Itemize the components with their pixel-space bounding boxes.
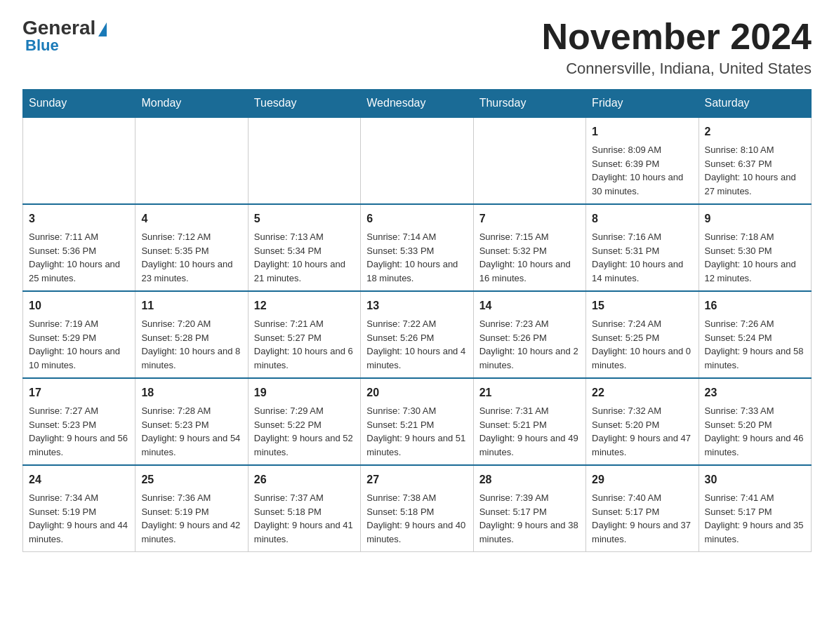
day-number: 6 — [366, 210, 467, 227]
calendar-cell — [135, 117, 248, 204]
day-detail: Sunrise: 8:09 AM Sunset: 6:39 PM Dayligh… — [592, 143, 692, 198]
col-header-wednesday: Wednesday — [361, 90, 473, 118]
calendar-table: SundayMondayTuesdayWednesdayThursdayFrid… — [22, 89, 812, 552]
day-detail: Sunrise: 7:13 AM Sunset: 5:34 PM Dayligh… — [254, 230, 355, 285]
day-detail: Sunrise: 7:30 AM Sunset: 5:21 PM Dayligh… — [366, 404, 467, 459]
calendar-cell: 15Sunrise: 7:24 AM Sunset: 5:25 PM Dayli… — [586, 291, 699, 378]
day-number: 7 — [479, 210, 580, 227]
day-detail: Sunrise: 7:23 AM Sunset: 5:26 PM Dayligh… — [479, 317, 580, 372]
day-number: 22 — [592, 384, 692, 401]
day-detail: Sunrise: 7:41 AM Sunset: 5:17 PM Dayligh… — [705, 491, 805, 546]
col-header-thursday: Thursday — [473, 90, 585, 118]
calendar-cell: 7Sunrise: 7:15 AM Sunset: 5:32 PM Daylig… — [473, 204, 585, 291]
calendar-cell: 6Sunrise: 7:14 AM Sunset: 5:33 PM Daylig… — [361, 204, 473, 291]
calendar-cell: 9Sunrise: 7:18 AM Sunset: 5:30 PM Daylig… — [699, 204, 811, 291]
calendar-cell: 18Sunrise: 7:28 AM Sunset: 5:23 PM Dayli… — [135, 378, 248, 465]
day-number: 3 — [29, 210, 129, 227]
day-number: 2 — [705, 123, 805, 140]
day-detail: Sunrise: 8:10 AM Sunset: 6:37 PM Dayligh… — [705, 143, 805, 198]
day-detail: Sunrise: 7:20 AM Sunset: 5:28 PM Dayligh… — [141, 317, 241, 372]
location-title: Connersville, Indiana, United States — [542, 60, 812, 78]
day-number: 5 — [254, 210, 355, 227]
calendar-cell: 20Sunrise: 7:30 AM Sunset: 5:21 PM Dayli… — [361, 378, 473, 465]
day-detail: Sunrise: 7:24 AM Sunset: 5:25 PM Dayligh… — [592, 317, 692, 372]
calendar-cell: 11Sunrise: 7:20 AM Sunset: 5:28 PM Dayli… — [135, 291, 248, 378]
day-detail: Sunrise: 7:12 AM Sunset: 5:35 PM Dayligh… — [141, 230, 241, 285]
day-detail: Sunrise: 7:22 AM Sunset: 5:26 PM Dayligh… — [366, 317, 467, 372]
logo-triangle-icon — [98, 22, 107, 36]
calendar-week-row: 24Sunrise: 7:34 AM Sunset: 5:19 PM Dayli… — [23, 465, 812, 552]
day-detail: Sunrise: 7:37 AM Sunset: 5:18 PM Dayligh… — [254, 491, 355, 546]
day-number: 9 — [705, 210, 805, 227]
calendar-week-row: 17Sunrise: 7:27 AM Sunset: 5:23 PM Dayli… — [23, 378, 812, 465]
day-number: 13 — [366, 297, 467, 314]
day-number: 14 — [479, 297, 580, 314]
calendar-cell: 28Sunrise: 7:39 AM Sunset: 5:17 PM Dayli… — [473, 465, 585, 552]
calendar-cell — [361, 117, 473, 204]
day-detail: Sunrise: 7:14 AM Sunset: 5:33 PM Dayligh… — [366, 230, 467, 285]
col-header-tuesday: Tuesday — [248, 90, 360, 118]
day-detail: Sunrise: 7:28 AM Sunset: 5:23 PM Dayligh… — [141, 404, 241, 459]
day-detail: Sunrise: 7:38 AM Sunset: 5:18 PM Dayligh… — [366, 491, 467, 546]
day-number: 21 — [479, 384, 580, 401]
day-detail: Sunrise: 7:27 AM Sunset: 5:23 PM Dayligh… — [29, 404, 129, 459]
day-detail: Sunrise: 7:33 AM Sunset: 5:20 PM Dayligh… — [705, 404, 805, 459]
calendar-cell: 10Sunrise: 7:19 AM Sunset: 5:29 PM Dayli… — [23, 291, 135, 378]
day-number: 1 — [592, 123, 692, 140]
month-title: November 2024 — [542, 17, 812, 57]
day-detail: Sunrise: 7:32 AM Sunset: 5:20 PM Dayligh… — [592, 404, 692, 459]
day-number: 16 — [705, 297, 805, 314]
title-block: November 2024 Connersville, Indiana, Uni… — [542, 17, 812, 78]
day-detail: Sunrise: 7:15 AM Sunset: 5:32 PM Dayligh… — [479, 230, 580, 285]
day-detail: Sunrise: 7:19 AM Sunset: 5:29 PM Dayligh… — [29, 317, 129, 372]
day-number: 8 — [592, 210, 692, 227]
calendar-cell: 24Sunrise: 7:34 AM Sunset: 5:19 PM Dayli… — [23, 465, 135, 552]
day-detail: Sunrise: 7:16 AM Sunset: 5:31 PM Dayligh… — [592, 230, 692, 285]
day-detail: Sunrise: 7:29 AM Sunset: 5:22 PM Dayligh… — [254, 404, 355, 459]
day-detail: Sunrise: 7:21 AM Sunset: 5:27 PM Dayligh… — [254, 317, 355, 372]
calendar-cell: 17Sunrise: 7:27 AM Sunset: 5:23 PM Dayli… — [23, 378, 135, 465]
calendar-week-row: 10Sunrise: 7:19 AM Sunset: 5:29 PM Dayli… — [23, 291, 812, 378]
calendar-cell: 30Sunrise: 7:41 AM Sunset: 5:17 PM Dayli… — [699, 465, 811, 552]
day-number: 30 — [705, 471, 805, 488]
calendar-cell — [473, 117, 585, 204]
day-number: 18 — [141, 384, 241, 401]
calendar-cell — [248, 117, 360, 204]
day-number: 28 — [479, 471, 580, 488]
day-detail: Sunrise: 7:36 AM Sunset: 5:19 PM Dayligh… — [141, 491, 241, 546]
day-detail: Sunrise: 7:26 AM Sunset: 5:24 PM Dayligh… — [705, 317, 805, 372]
calendar-cell: 8Sunrise: 7:16 AM Sunset: 5:31 PM Daylig… — [586, 204, 699, 291]
day-number: 23 — [705, 384, 805, 401]
day-number: 26 — [254, 471, 355, 488]
day-number: 4 — [141, 210, 241, 227]
day-detail: Sunrise: 7:39 AM Sunset: 5:17 PM Dayligh… — [479, 491, 580, 546]
calendar-cell: 14Sunrise: 7:23 AM Sunset: 5:26 PM Dayli… — [473, 291, 585, 378]
day-number: 29 — [592, 471, 692, 488]
day-number: 17 — [29, 384, 129, 401]
day-number: 20 — [366, 384, 467, 401]
day-number: 11 — [141, 297, 241, 314]
day-number: 12 — [254, 297, 355, 314]
calendar-cell: 25Sunrise: 7:36 AM Sunset: 5:19 PM Dayli… — [135, 465, 248, 552]
calendar-cell: 23Sunrise: 7:33 AM Sunset: 5:20 PM Dayli… — [699, 378, 811, 465]
col-header-monday: Monday — [135, 90, 248, 118]
calendar-cell: 3Sunrise: 7:11 AM Sunset: 5:36 PM Daylig… — [23, 204, 135, 291]
calendar-cell: 13Sunrise: 7:22 AM Sunset: 5:26 PM Dayli… — [361, 291, 473, 378]
calendar-cell: 16Sunrise: 7:26 AM Sunset: 5:24 PM Dayli… — [699, 291, 811, 378]
calendar-header-row: SundayMondayTuesdayWednesdayThursdayFrid… — [23, 90, 812, 118]
day-detail: Sunrise: 7:31 AM Sunset: 5:21 PM Dayligh… — [479, 404, 580, 459]
calendar-cell: 2Sunrise: 8:10 AM Sunset: 6:37 PM Daylig… — [699, 117, 811, 204]
calendar-week-row: 3Sunrise: 7:11 AM Sunset: 5:36 PM Daylig… — [23, 204, 812, 291]
day-number: 19 — [254, 384, 355, 401]
logo-blue-text: Blue — [25, 36, 59, 55]
calendar-cell: 4Sunrise: 7:12 AM Sunset: 5:35 PM Daylig… — [135, 204, 248, 291]
page-header: General Blue November 2024 Connersville,… — [22, 17, 812, 78]
calendar-cell: 22Sunrise: 7:32 AM Sunset: 5:20 PM Dayli… — [586, 378, 699, 465]
calendar-cell: 21Sunrise: 7:31 AM Sunset: 5:21 PM Dayli… — [473, 378, 585, 465]
calendar-cell: 12Sunrise: 7:21 AM Sunset: 5:27 PM Dayli… — [248, 291, 360, 378]
logo: General Blue — [22, 17, 107, 55]
day-number: 15 — [592, 297, 692, 314]
day-number: 10 — [29, 297, 129, 314]
day-detail: Sunrise: 7:40 AM Sunset: 5:17 PM Dayligh… — [592, 491, 692, 546]
calendar-cell: 1Sunrise: 8:09 AM Sunset: 6:39 PM Daylig… — [586, 117, 699, 204]
